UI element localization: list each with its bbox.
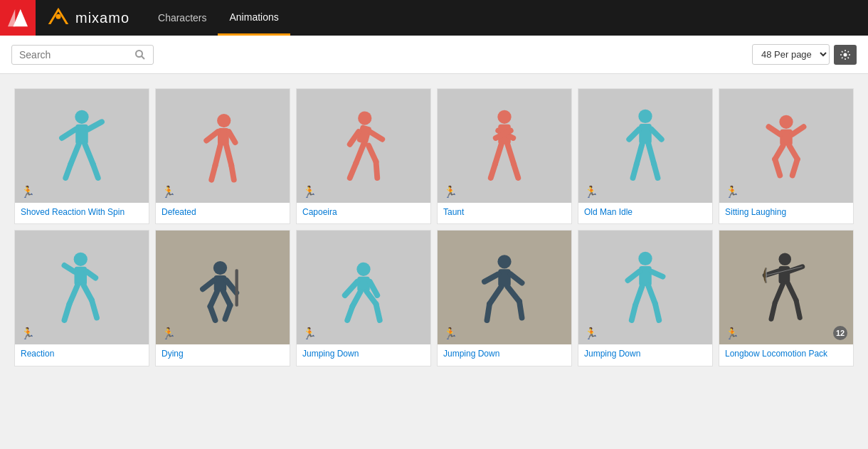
anim-label-2: Defeated [156,203,290,224]
animation-card-7[interactable]: 🏃 Reaction [14,230,149,366]
svg-point-7 [844,53,847,56]
anim-label-8: Dying [156,344,290,366]
svg-line-31 [376,162,378,179]
svg-rect-41 [639,124,652,144]
svg-line-99 [765,271,778,275]
svg-line-6 [142,56,144,59]
settings-icon [840,49,851,60]
run-icon-1: 🏃 [21,185,35,199]
animation-figure-2 [176,97,270,194]
svg-line-71 [226,305,231,319]
svg-line-11 [88,122,102,130]
animation-card-12[interactable]: 🏃 12 Longbow Locomotion Pack [719,230,854,366]
search-input[interactable] [19,49,134,60]
nav-characters[interactable]: Characters [147,0,218,36]
anim-label-9: Jumping Down [297,344,430,366]
svg-line-66 [203,280,214,289]
search-icon [134,49,146,60]
svg-point-48 [779,115,793,129]
svg-line-50 [769,127,780,135]
svg-rect-90 [639,266,652,286]
animations-grid: 🏃 Shoved Reaction With Spin 🏃 Defeated [0,74,868,381]
svg-line-29 [350,163,356,178]
animation-figure-11 [598,239,692,336]
animation-card-11[interactable]: 🏃 Jumping Down [578,230,713,366]
animation-thumb-10: 🏃 [438,231,571,344]
svg-line-58 [65,265,75,272]
animation-card-8[interactable]: 🏃 Dying [155,230,290,366]
svg-rect-72 [235,269,238,307]
svg-line-44 [637,144,642,164]
pack-badge-12: 12 [833,326,847,340]
svg-line-37 [491,164,495,178]
animation-figure-1 [35,97,129,194]
animation-thumb-4: 🏃 [438,89,571,203]
animation-thumb-8: 🏃 [156,231,290,344]
animation-thumb-6: 🏃 [719,89,853,203]
svg-line-46 [648,144,654,164]
mixamo-logo-icon [47,6,70,29]
svg-point-16 [217,114,231,127]
svg-point-5 [136,51,142,57]
nav-animations[interactable]: Animations [218,0,290,36]
svg-point-97 [779,253,792,265]
svg-line-15 [93,164,98,178]
per-page-select[interactable]: 24 Per page 48 Per page 96 Per page [752,44,830,65]
svg-point-56 [74,252,88,265]
svg-line-106 [796,300,800,318]
brand-name: mixamo [75,10,129,26]
animation-card-5[interactable]: 🏃 Old Man Idle [578,88,713,224]
svg-line-14 [85,144,92,164]
run-icon-8: 🏃 [162,327,176,340]
svg-line-105 [788,283,796,300]
settings-button[interactable] [834,45,857,65]
svg-line-84 [511,274,522,282]
run-icon-4: 🏃 [443,185,457,199]
per-page-area: 24 Per page 48 Per page 96 Per page [752,44,857,65]
animation-card-1[interactable]: 🏃 Shoved Reaction With Spin [14,88,149,224]
search-bar-area: 24 Per page 48 Per page 96 Per page [0,36,868,74]
svg-line-94 [632,305,635,320]
svg-line-51 [793,127,804,135]
svg-line-38 [507,144,514,164]
svg-line-103 [775,283,783,302]
animation-figure-10 [457,239,551,336]
svg-line-47 [654,164,657,178]
animation-card-2[interactable]: 🏃 Defeated [155,88,290,224]
svg-line-18 [206,132,218,141]
svg-line-88 [519,302,522,318]
svg-line-67 [226,280,236,293]
svg-line-59 [87,272,95,278]
svg-point-89 [638,252,652,265]
svg-point-64 [213,261,227,275]
anim-label-5: Old Man Idle [578,203,712,224]
animation-card-6[interactable]: 🏃 Sitting Laughing [719,88,854,224]
svg-line-20 [216,146,221,166]
animation-figure-7 [35,239,129,336]
animation-thumb-11: 🏃 [578,231,712,344]
svg-rect-57 [75,267,88,285]
svg-line-87 [507,287,519,302]
svg-line-19 [229,132,235,143]
svg-point-81 [497,255,511,268]
svg-line-95 [648,286,655,304]
run-icon-11: 🏃 [584,327,598,340]
search-box[interactable] [11,45,154,65]
adobe-icon [8,8,28,28]
anim-label-3: Capoeira [297,203,430,224]
animation-thumb-5: 🏃 [578,89,712,203]
animation-figure-4 [457,97,551,194]
run-icon-3: 🏃 [302,185,317,199]
animation-card-3[interactable]: 🏃 Capoeira [296,88,431,224]
run-icon-2: 🏃 [162,185,176,199]
svg-line-21 [211,166,215,180]
animation-card-4[interactable]: 🏃 Taunt [437,88,572,224]
animation-card-9[interactable]: 🏃 Jumping Down [296,230,431,366]
animation-card-10[interactable]: 🏃 Jumping Down [437,230,572,366]
animation-thumb-12: 🏃 12 [719,231,853,344]
animation-thumb-2: 🏃 [156,89,290,203]
run-icon-9: 🏃 [302,327,317,340]
svg-line-27 [350,132,359,145]
animation-figure-8 [176,239,270,336]
svg-line-28 [356,144,364,163]
